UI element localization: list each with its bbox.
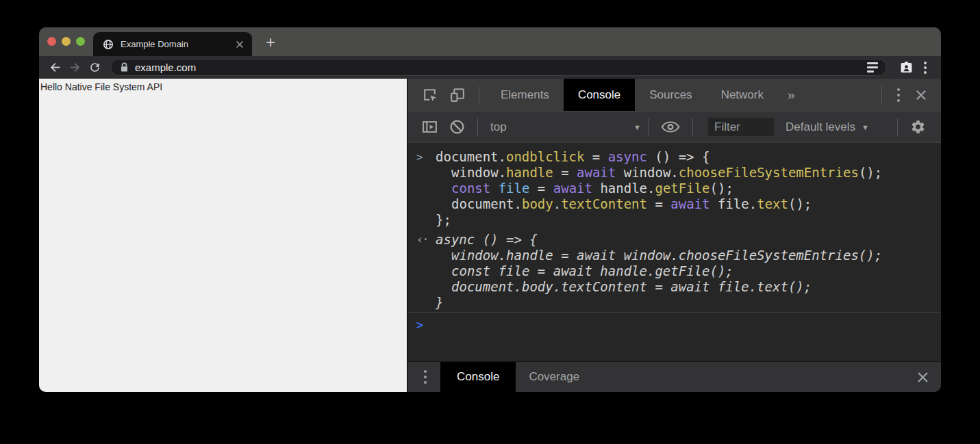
close-window-button[interactable] <box>47 37 56 46</box>
drawer-menu-button[interactable] <box>416 370 435 384</box>
console-messages: >document.ondblclick = async () => {wind… <box>407 149 941 311</box>
tab-title: Example Domain <box>121 39 236 49</box>
browser-tab[interactable]: Example Domain <box>93 32 252 56</box>
devtools-tab-console[interactable]: Console <box>564 79 635 111</box>
address-bar[interactable]: example.com <box>110 59 887 76</box>
console-prompt-chevron-icon: > <box>416 317 436 333</box>
window-controls <box>47 37 85 46</box>
log-levels-dropdown[interactable]: Default levels ▼ <box>786 120 869 134</box>
profile-avatar-icon <box>899 60 914 75</box>
forward-button[interactable] <box>66 59 84 77</box>
divider <box>479 86 479 104</box>
tab-strip: Example Domain + <box>39 27 941 56</box>
devtools-tab-sources[interactable]: Sources <box>635 79 706 111</box>
divider <box>881 86 882 104</box>
console-message-body: async () => {window.handle = await windo… <box>436 232 882 311</box>
zoom-window-button[interactable] <box>76 37 85 46</box>
forward-arrow-icon <box>68 61 81 74</box>
page-viewport: Hello Native File System API <box>39 79 407 392</box>
devtools-menu-button[interactable] <box>889 88 908 102</box>
divider <box>897 118 898 136</box>
console-toolbar: top ▼ Default levels ▼ <box>407 111 941 143</box>
page-body-text: Hello Native File System API <box>40 81 162 92</box>
drawer-close-button[interactable] <box>905 371 941 384</box>
sidebar-toggle-icon <box>421 118 438 135</box>
window-content: Hello Native File System API <box>39 79 941 392</box>
console-message-result: ‹·async () => {window.handle = await win… <box>407 232 941 311</box>
more-tabs-button[interactable]: » <box>778 88 805 103</box>
chevron-down-icon: ▼ <box>862 123 869 131</box>
back-arrow-icon <box>49 61 62 74</box>
drawer-tab-console[interactable]: Console <box>440 362 516 392</box>
devtools-tab-elements[interactable]: Elements <box>486 79 564 111</box>
browser-menu-button[interactable] <box>919 62 931 74</box>
divider <box>648 118 649 136</box>
back-button[interactable] <box>46 59 64 77</box>
device-toolbar-icon <box>449 86 466 103</box>
browser-toolbar: example.com <box>39 56 941 79</box>
log-levels-value: Default levels <box>786 120 855 134</box>
inspect-cursor-icon <box>421 86 438 103</box>
minimize-window-button[interactable] <box>62 37 71 46</box>
devtools-close-button[interactable] <box>908 89 934 101</box>
device-toolbar-button[interactable] <box>444 79 472 111</box>
live-expression-button[interactable] <box>655 112 686 142</box>
inspect-element-button[interactable] <box>416 79 444 111</box>
gear-icon <box>910 119 926 135</box>
profile-button[interactable] <box>899 60 914 75</box>
clear-console-button[interactable] <box>444 112 470 142</box>
devtools-tab-network[interactable]: Network <box>707 79 778 111</box>
reload-button[interactable] <box>86 59 103 77</box>
console-filter-input[interactable] <box>708 118 774 136</box>
console-input-chevron-icon: > <box>416 149 436 228</box>
console-message-body: document.ondblclick = async () => {windo… <box>436 149 882 228</box>
globe-favicon-icon <box>103 39 114 50</box>
console-prompt[interactable]: > <box>407 312 941 333</box>
devtools-tabbar: Elements Console Sources Network » <box>407 79 941 111</box>
url-text: example.com <box>135 62 196 73</box>
divider <box>692 118 693 136</box>
divider <box>477 118 478 136</box>
console-pane: >document.ondblclick = async () => {wind… <box>407 143 941 361</box>
reading-list-icon[interactable] <box>867 62 879 73</box>
console-result-arrow-icon: ‹· <box>416 232 436 311</box>
eye-icon <box>661 120 680 133</box>
console-settings-button[interactable] <box>905 119 931 135</box>
devtools-drawer: Console Coverage <box>407 361 941 392</box>
context-selector-value: top <box>490 120 507 134</box>
close-icon <box>916 371 929 384</box>
console-message-input: >document.ondblclick = async () => {wind… <box>407 149 941 228</box>
new-tab-button[interactable]: + <box>266 34 275 51</box>
chevron-down-icon: ▼ <box>633 123 641 131</box>
console-sidebar-toggle-button[interactable] <box>416 112 444 142</box>
reload-icon <box>88 61 101 74</box>
tab-close-icon[interactable] <box>236 40 244 49</box>
devtools-panel: Elements Console Sources Network » <box>407 79 941 392</box>
close-icon <box>915 89 927 101</box>
browser-window: Example Domain + <box>39 27 941 392</box>
javascript-context-selector[interactable]: top ▼ <box>485 120 641 134</box>
clear-console-icon <box>449 119 465 135</box>
lock-icon <box>120 62 129 73</box>
desktop: Example Domain + <box>0 0 980 444</box>
drawer-tab-coverage[interactable]: Coverage <box>516 362 592 392</box>
